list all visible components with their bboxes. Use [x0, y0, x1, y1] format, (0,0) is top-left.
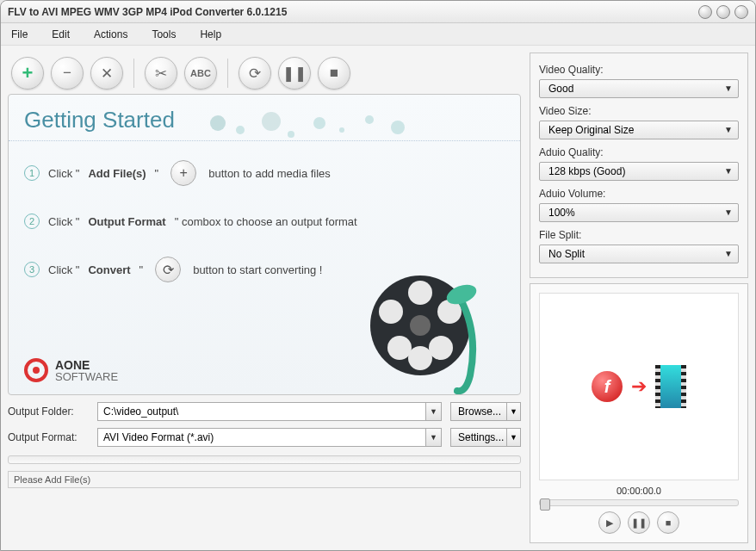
chevron-down-icon: ▼ [724, 84, 733, 93]
pause-button[interactable]: ❚❚ [278, 57, 311, 90]
pause-icon: ❚❚ [631, 517, 647, 529]
minus-icon: − [63, 65, 71, 82]
inline-convert-icon: ⟳ [155, 257, 181, 282]
chevron-down-icon: ▼ [724, 207, 733, 217]
menu-file[interactable]: File [11, 28, 28, 40]
minimize-button[interactable] [698, 5, 712, 19]
file-split-label: File Split: [539, 229, 739, 241]
stop-button[interactable]: ■ [657, 511, 679, 534]
chevron-down-icon: ▼ [724, 166, 733, 176]
menu-edit[interactable]: Edit [52, 28, 70, 40]
scissors-icon: ✂ [155, 65, 167, 83]
audio-quality-label: Aduio Quality: [539, 146, 739, 158]
output-format-combo[interactable]: AVI Video Format (*.avi)▼ [97, 428, 442, 447]
film-strip-icon [655, 365, 686, 408]
step-number-icon: 2 [24, 214, 40, 229]
step-1: 1 Click "Add File(s)" + button to add me… [24, 160, 505, 186]
toolbar: + − ✕ ✂ ABC ⟳ ❚❚ ■ [8, 53, 521, 94]
pause-icon: ❚❚ [282, 65, 307, 83]
audio-quality-combo[interactable]: 128 kbps (Good)▼ [539, 162, 739, 181]
stop-icon: ■ [330, 65, 338, 82]
chevron-down-icon: ▼ [724, 249, 733, 258]
play-button[interactable]: ▶ [598, 511, 621, 534]
add-file-button[interactable]: + [11, 57, 44, 90]
settings-button[interactable]: Settings...▼ [450, 428, 521, 447]
getting-started-panel: Getting Started 1 Click "Add File(s)" + … [8, 94, 521, 395]
maximize-button[interactable] [716, 5, 730, 19]
separator [227, 59, 228, 88]
clear-button[interactable]: ✕ [90, 57, 123, 90]
pause-button[interactable]: ❚❚ [628, 511, 650, 534]
flash-icon: f [592, 371, 623, 402]
stop-icon: ■ [666, 517, 672, 528]
video-quality-label: Video Quality: [539, 64, 739, 76]
menu-tools[interactable]: Tools [152, 28, 176, 40]
preview-canvas: f ➔ [539, 293, 739, 480]
chevron-down-icon: ▼ [506, 403, 520, 420]
cut-button[interactable]: ✂ [145, 57, 177, 90]
plus-icon: + [22, 62, 34, 84]
svg-point-4 [379, 300, 403, 324]
menubar: File Edit Actions Tools Help [1, 23, 755, 46]
chevron-down-icon: ▼ [724, 125, 733, 134]
chevron-down-icon: ▼ [425, 403, 441, 420]
preview-time: 00:00:00.0 [617, 486, 661, 496]
menu-actions[interactable]: Actions [94, 28, 127, 40]
menu-help[interactable]: Help [200, 28, 221, 40]
refresh-icon: ⟳ [249, 65, 261, 83]
film-reel-icon [358, 246, 496, 395]
browse-button[interactable]: Browse...▼ [450, 402, 521, 421]
titlebar: FLV to AVI MPEG WMV 3GP MP4 iPod Convert… [1, 1, 755, 23]
chevron-down-icon: ▼ [506, 429, 520, 446]
step-number-icon: 1 [24, 165, 40, 181]
seek-slider[interactable] [539, 499, 739, 506]
step-number-icon: 3 [24, 262, 40, 277]
svg-point-6 [387, 336, 412, 360]
svg-point-1 [410, 315, 431, 336]
file-split-combo[interactable]: No Split▼ [539, 245, 739, 263]
close-button[interactable] [734, 5, 748, 19]
output-format-label: Output Format: [8, 431, 89, 443]
video-quality-combo[interactable]: Good▼ [539, 79, 739, 98]
chevron-down-icon: ▼ [425, 429, 441, 446]
video-size-label: Video Size: [539, 105, 739, 117]
separator [133, 59, 134, 88]
status-bar: Please Add File(s) [8, 471, 521, 488]
svg-point-2 [408, 281, 432, 305]
logo-mark-icon [24, 358, 48, 382]
rename-button[interactable]: ABC [184, 57, 217, 90]
x-icon: ✕ [101, 65, 113, 83]
audio-volume-combo[interactable]: 100%▼ [539, 203, 739, 222]
audio-volume-label: Aduio Volume: [539, 188, 739, 200]
brand-logo: AONESOFTWARE [24, 358, 118, 382]
stop-button[interactable]: ■ [318, 57, 350, 90]
progress-bar [8, 455, 521, 464]
arrow-right-icon: ➔ [631, 375, 647, 398]
window-title: FLV to AVI MPEG WMV 3GP MP4 iPod Convert… [8, 6, 694, 18]
inline-add-icon: + [170, 160, 196, 186]
video-size-combo[interactable]: Keep Original Size▼ [539, 121, 739, 139]
remove-file-button[interactable]: − [51, 57, 84, 90]
convert-button[interactable]: ⟳ [239, 57, 271, 90]
output-folder-label: Output Folder: [8, 406, 89, 418]
output-folder-combo[interactable]: C:\video_output\▼ [97, 402, 442, 421]
svg-point-3 [408, 346, 432, 370]
options-panel: Video Quality: Good▼ Video Size: Keep Or… [530, 53, 748, 278]
preview-panel: f ➔ 00:00:00.0 ▶ ❚❚ ■ [530, 283, 748, 543]
step-2: 2 Click "Output Format" combox to choose… [24, 214, 505, 229]
play-icon: ▶ [606, 517, 613, 529]
svg-point-7 [429, 336, 453, 360]
